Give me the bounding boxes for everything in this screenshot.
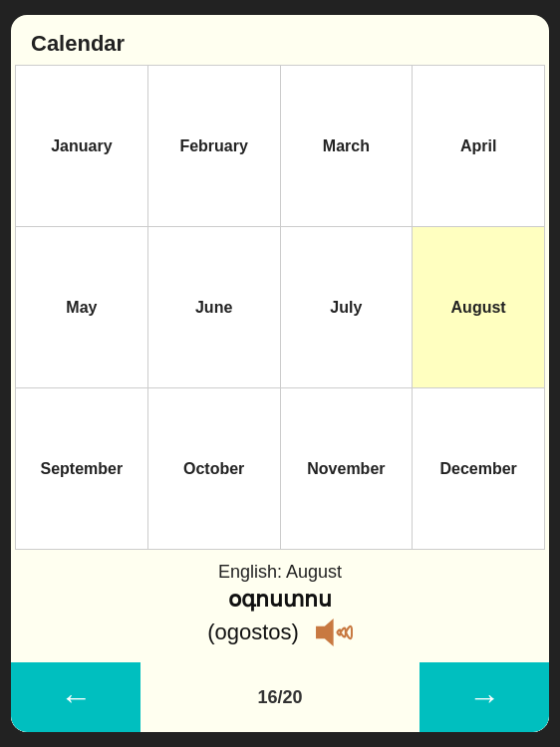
english-label: English: August bbox=[31, 562, 529, 583]
nav-bar: ← 16/20 → bbox=[11, 662, 549, 732]
calendar-cell-feb[interactable]: February bbox=[148, 66, 281, 227]
info-section: English: August օգոստոս (ogostos) bbox=[11, 550, 549, 662]
prev-arrow-icon: ← bbox=[60, 679, 92, 716]
next-button[interactable]: → bbox=[420, 662, 549, 732]
speaker-button[interactable] bbox=[309, 615, 353, 650]
next-arrow-icon: → bbox=[468, 679, 500, 716]
calendar-cell-mar[interactable]: March bbox=[281, 66, 414, 227]
calendar-cell-jan[interactable]: January bbox=[16, 66, 148, 227]
calendar-cell-aug[interactable]: August bbox=[413, 227, 545, 388]
header: Calendar bbox=[11, 15, 549, 65]
prev-button[interactable]: ← bbox=[11, 662, 140, 732]
calendar-cell-jun[interactable]: June bbox=[148, 227, 281, 388]
page-indicator: 16/20 bbox=[257, 687, 302, 708]
calendar-cell-sep[interactable]: September bbox=[16, 388, 148, 550]
phonetic-text: (ogostos) bbox=[207, 620, 299, 645]
svg-marker-0 bbox=[316, 619, 334, 646]
app-container: Calendar JanuaryFebruaryMarchAprilMayJun… bbox=[11, 15, 549, 732]
calendar-cell-dec[interactable]: December bbox=[413, 388, 545, 550]
phonetic-row: (ogostos) bbox=[31, 615, 529, 650]
calendar-cell-oct[interactable]: October bbox=[148, 388, 281, 550]
calendar-grid: JanuaryFebruaryMarchAprilMayJuneJulyAugu… bbox=[15, 65, 545, 550]
calendar-cell-nov[interactable]: November bbox=[281, 388, 414, 550]
calendar-cell-apr[interactable]: April bbox=[413, 66, 545, 227]
calendar-cell-may[interactable]: May bbox=[16, 227, 148, 388]
calendar-cell-jul[interactable]: July bbox=[281, 227, 414, 388]
page-title: Calendar bbox=[31, 31, 125, 56]
native-script: օգոստոս bbox=[31, 587, 529, 613]
